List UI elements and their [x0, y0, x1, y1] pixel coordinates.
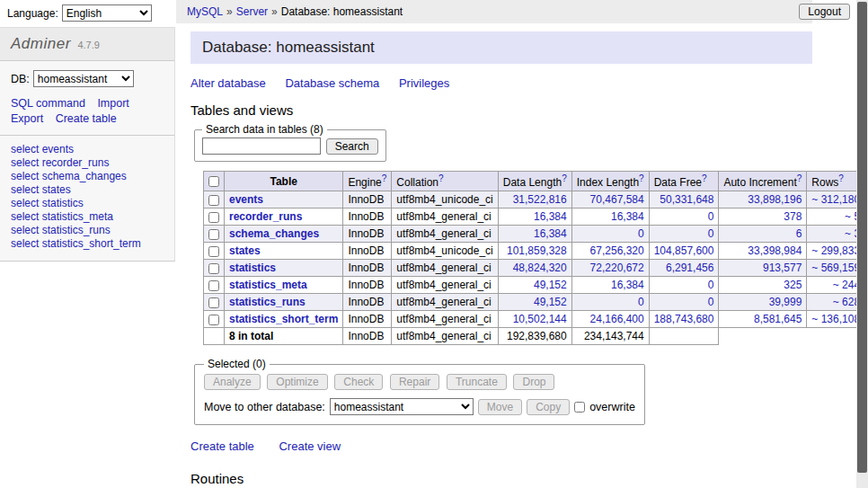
- collation-help-link[interactable]: ?: [438, 173, 444, 183]
- table-link[interactable]: states: [229, 244, 261, 257]
- select-all-checkbox[interactable]: [208, 176, 219, 187]
- index-length-link[interactable]: 24,166,400: [590, 313, 644, 325]
- breadcrumb-mysql-link[interactable]: MySQL: [187, 5, 223, 18]
- table-link[interactable]: schema_changes: [229, 227, 319, 240]
- db-select[interactable]: homeassistant: [33, 70, 134, 87]
- overwrite-checkbox[interactable]: [574, 402, 585, 413]
- language-select[interactable]: English: [62, 4, 152, 22]
- auto-increment-link[interactable]: 378: [784, 210, 802, 223]
- logout-button[interactable]: Logout: [799, 4, 850, 20]
- alter-database-link[interactable]: Alter database: [190, 76, 266, 90]
- table-link[interactable]: statistics_runs: [229, 296, 306, 308]
- check-button[interactable]: Check: [334, 374, 383, 390]
- drop-button[interactable]: Drop: [513, 374, 554, 390]
- data-free-link[interactable]: 0: [708, 279, 714, 291]
- copy-button[interactable]: Copy: [527, 399, 570, 415]
- sidebar-link-select-statistics-short-term[interactable]: select statistics_short_term: [11, 237, 164, 251]
- data-length-link[interactable]: 49,152: [534, 296, 567, 308]
- row-select-checkbox[interactable]: [208, 280, 219, 291]
- sidebar-link-select-statistics-meta[interactable]: select statistics_meta: [11, 210, 164, 224]
- data-length-link[interactable]: 48,824,320: [513, 262, 567, 274]
- row-select-checkbox[interactable]: [208, 195, 219, 206]
- auto-increment-link[interactable]: 33,398,984: [748, 244, 802, 257]
- rows-link[interactable]: ~ 136,108: [811, 313, 860, 325]
- data-free-link[interactable]: 0: [708, 296, 714, 308]
- table-link[interactable]: statistics_short_term: [229, 313, 338, 325]
- data-length-link[interactable]: 10,502,144: [513, 313, 567, 325]
- analyze-button[interactable]: Analyze: [204, 374, 261, 390]
- sidebar-link-select-statistics-runs[interactable]: select statistics_runs: [11, 224, 164, 237]
- sidebar-link-select-schema-changes[interactable]: select schema_changes: [11, 170, 164, 183]
- engine-help-link[interactable]: ?: [382, 173, 387, 183]
- data-length-link[interactable]: 31,522,816: [513, 193, 567, 206]
- row-select-checkbox[interactable]: [208, 229, 219, 240]
- auto-increment-link[interactable]: 33,898,196: [748, 193, 802, 206]
- sidebar-link-select-recorder-runs[interactable]: select recorder_runs: [11, 156, 164, 170]
- data-length-help-link[interactable]: ?: [562, 173, 567, 183]
- create-table-link-sidebar[interactable]: Create table: [56, 112, 117, 125]
- rows-link[interactable]: ~ 569,159: [811, 262, 860, 274]
- create-table-link[interactable]: Create table: [190, 439, 254, 453]
- selected-buttons: Analyze Optimize Check Repair Truncate D…: [204, 374, 635, 390]
- move-button[interactable]: Move: [478, 399, 522, 415]
- data-free-help-link[interactable]: ?: [702, 173, 707, 183]
- index-length-link[interactable]: 0: [638, 227, 644, 240]
- rows-link[interactable]: ~ 299,833: [811, 244, 860, 257]
- data-free-link[interactable]: 188,743,680: [654, 313, 714, 325]
- scrollbar-thumb[interactable]: [857, 2, 867, 473]
- truncate-button[interactable]: Truncate: [447, 374, 507, 390]
- data-free-link[interactable]: 0: [708, 227, 714, 240]
- index-length-link[interactable]: 16,384: [611, 279, 644, 291]
- move-database-select[interactable]: homeassistant: [330, 398, 474, 415]
- sidebar-link-select-statistics[interactable]: select statistics: [11, 197, 164, 210]
- rows-link[interactable]: ~ 312,180: [811, 193, 860, 206]
- table-link[interactable]: recorder_runs: [229, 210, 302, 223]
- auto-increment-link[interactable]: 8,581,645: [754, 313, 802, 325]
- auto-increment-link[interactable]: 6: [796, 227, 802, 240]
- index-length-link[interactable]: 72,220,672: [590, 262, 644, 274]
- row-select-checkbox[interactable]: [208, 315, 219, 325]
- total-engine: InnoDB: [343, 328, 392, 345]
- index-length-help-link[interactable]: ?: [639, 173, 644, 183]
- table-link[interactable]: statistics: [229, 262, 276, 274]
- table-link[interactable]: events: [229, 193, 263, 206]
- auto-increment-help-link[interactable]: ?: [797, 173, 802, 183]
- table-row: recorder_runs InnoDB utf8mb4_general_ci …: [204, 209, 868, 226]
- sql-command-link[interactable]: SQL command: [11, 97, 85, 110]
- data-free-link[interactable]: 6,291,456: [666, 262, 713, 274]
- data-length-link[interactable]: 101,859,328: [507, 244, 567, 257]
- data-length-link[interactable]: 16,384: [534, 210, 567, 223]
- export-link[interactable]: Export: [11, 112, 43, 125]
- rows-help-link[interactable]: ?: [838, 173, 844, 183]
- index-length-link[interactable]: 0: [638, 296, 644, 308]
- privileges-link[interactable]: Privileges: [399, 76, 449, 90]
- import-link[interactable]: Import: [97, 97, 128, 110]
- create-view-link[interactable]: Create view: [279, 439, 341, 453]
- scrollbar[interactable]: [856, 0, 868, 488]
- index-length-link[interactable]: 16,384: [611, 210, 644, 223]
- breadcrumb-server-link[interactable]: Server: [236, 5, 268, 18]
- index-length-link[interactable]: 67,256,320: [590, 244, 644, 257]
- row-select-checkbox[interactable]: [208, 212, 219, 223]
- data-free-link[interactable]: 0: [708, 210, 714, 223]
- total-data-length: 192,839,680: [498, 328, 571, 345]
- row-select-checkbox[interactable]: [208, 246, 219, 257]
- data-length-link[interactable]: 16,384: [534, 227, 567, 240]
- index-length-link[interactable]: 70,467,584: [590, 193, 644, 206]
- data-length-link[interactable]: 49,152: [534, 279, 567, 291]
- sidebar-link-select-states[interactable]: select states: [11, 183, 164, 197]
- repair-button[interactable]: Repair: [390, 374, 439, 390]
- database-schema-link[interactable]: Database schema: [285, 76, 379, 90]
- search-input[interactable]: [202, 138, 321, 155]
- data-free-link[interactable]: 104,857,600: [654, 244, 714, 257]
- table-link[interactable]: statistics_meta: [229, 279, 307, 291]
- auto-increment-link[interactable]: 325: [784, 279, 802, 291]
- sidebar-link-select-events[interactable]: select events: [11, 143, 164, 156]
- auto-increment-link[interactable]: 39,999: [769, 296, 802, 308]
- row-select-checkbox[interactable]: [208, 297, 219, 308]
- auto-increment-link[interactable]: 913,577: [763, 262, 802, 274]
- search-button[interactable]: Search: [326, 138, 378, 155]
- optimize-button[interactable]: Optimize: [267, 374, 327, 390]
- data-free-link[interactable]: 50,331,648: [660, 193, 713, 206]
- row-select-checkbox[interactable]: [208, 263, 219, 274]
